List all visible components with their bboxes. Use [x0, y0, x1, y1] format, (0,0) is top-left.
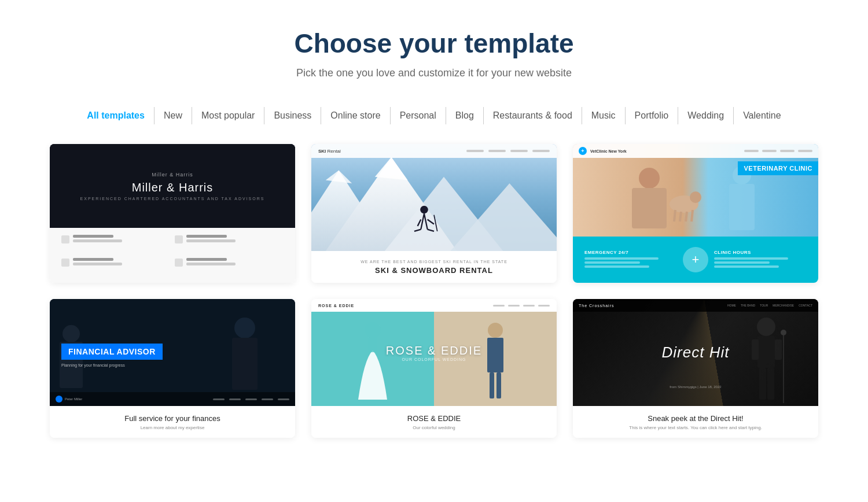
- ski-mountain-svg: [311, 144, 557, 251]
- service-text-2: [186, 235, 236, 242]
- miller-title-text: Miller & Harris: [132, 181, 214, 194]
- rose-brand-name: ROSE & EDDIE: [318, 304, 354, 308]
- financial-card-title: Full service for your finances: [124, 414, 220, 423]
- service-title-line-2: [186, 235, 227, 238]
- rose-header: ROSE & EDDIE: [311, 299, 557, 312]
- ski-title: SKI & SNOWBOARD RENTAL: [375, 266, 493, 275]
- service-icon-1: [61, 235, 69, 243]
- hit-preview-image: The Crosshairs HOME THE BAND TOUR MERCHA…: [573, 299, 818, 406]
- financial-logo-icon: [56, 396, 62, 403]
- vet-info-bar: EMERGENCY 24/7 + CLINIC HOURS: [573, 237, 818, 283]
- hit-nav-tour: TOUR: [760, 304, 768, 307]
- financial-badge-text: FINANCIAL ADVISOR: [61, 344, 163, 360]
- template-card-vet-clinic[interactable]: + VetClinic New York: [573, 144, 818, 283]
- hit-card-title: Sneak peek at the Direct Hit!: [648, 414, 743, 423]
- hit-header: The Crosshairs HOME THE BAND TOUR MERCHA…: [573, 299, 818, 312]
- hit-card-desc: This is where your text starts. You can …: [629, 425, 762, 430]
- svg-rect-43: [767, 368, 774, 400]
- rose-card-desc: Our colorful wedding: [413, 425, 455, 430]
- svg-point-45: [781, 330, 786, 335]
- financial-text-overlay: FINANCIAL ADVISOR Planning for your fina…: [61, 344, 163, 367]
- vet-header: + VetClinic New York: [573, 144, 818, 158]
- financial-footer-bar: Peter Miller: [50, 392, 295, 406]
- miller-service-3: [61, 258, 170, 276]
- service-title-line-3: [73, 258, 113, 261]
- miller-service-1: [61, 235, 170, 253]
- vet-emergency-block: EMERGENCY 24/7: [584, 250, 677, 270]
- category-music[interactable]: Music: [582, 107, 626, 124]
- financial-info-section: Full service for your finances Learn mor…: [50, 406, 295, 438]
- hit-brand-name: The Crosshairs: [579, 304, 614, 308]
- category-all-templates[interactable]: All templates: [78, 107, 155, 124]
- category-new[interactable]: New: [155, 107, 192, 124]
- svg-rect-35: [487, 338, 503, 372]
- template-preview-hit: The Crosshairs HOME THE BAND TOUR MERCHA…: [573, 299, 818, 438]
- category-portfolio[interactable]: Portfolio: [626, 107, 679, 124]
- template-card-ski-rental[interactable]: SKI Rental: [311, 144, 557, 283]
- service-icon-4: [175, 259, 183, 267]
- ski-preview-image: SKI Rental: [311, 144, 557, 251]
- service-text-3: [73, 258, 122, 265]
- svg-rect-41: [775, 339, 782, 360]
- page-header: Choose your template Pick the one you lo…: [0, 0, 868, 91]
- category-most-popular[interactable]: Most popular: [192, 107, 265, 124]
- vet-cross-icon: +: [683, 247, 708, 272]
- financial-sub-text: Planning for your financial progress: [61, 363, 163, 367]
- page-subtitle: Pick the one you love and customize it f…: [12, 67, 856, 79]
- rose-preview-image: ROSE & EDDIE: [311, 299, 557, 406]
- service-desc-line-1: [73, 239, 122, 242]
- ski-info-section: WE ARE THE BEST AND BIGGEST SKI RENTAL I…: [311, 251, 557, 283]
- svg-point-19: [690, 191, 701, 203]
- service-desc-line-3: [73, 263, 122, 265]
- hit-nav-contact: CONTACT: [799, 304, 812, 307]
- template-preview-miller: Miller & Harris Miller & Harris EXPERIEN…: [50, 144, 295, 283]
- rose-couple-names: ROSE & EDDIE: [386, 344, 482, 357]
- hit-date-text: from Shimmygigs | June 18, 2022: [670, 385, 721, 389]
- category-nav: All templates New Most popular Business …: [0, 91, 868, 138]
- svg-line-20: [674, 210, 675, 222]
- page-title: Choose your template: [12, 28, 856, 59]
- vet-preview-top: + VetClinic New York: [573, 144, 818, 237]
- template-card-rose-eddie[interactable]: ROSE & EDDIE: [311, 299, 557, 438]
- category-personal[interactable]: Personal: [391, 107, 446, 124]
- template-card-direct-hit[interactable]: The Crosshairs HOME THE BAND TOUR MERCHA…: [573, 299, 818, 438]
- vet-hours-title: CLINIC HOURS: [714, 250, 807, 255]
- ski-header: SKI Rental: [311, 144, 557, 158]
- svg-rect-25: [729, 184, 755, 230]
- template-card-miller-harris[interactable]: Miller & Harris Miller & Harris EXPERIEN…: [50, 144, 295, 283]
- templates-grid: Miller & Harris Miller & Harris EXPERIEN…: [29, 138, 839, 473]
- financial-logo-text: Peter Miller: [65, 397, 82, 401]
- vet-hours-block: CLINIC HOURS: [714, 250, 807, 270]
- category-blog[interactable]: Blog: [446, 107, 484, 124]
- rose-info-section: ROSE & EDDIE Our colorful wedding: [311, 406, 557, 438]
- category-online-store[interactable]: Online store: [321, 107, 390, 124]
- svg-line-22: [686, 212, 687, 222]
- hit-nav-home: HOME: [727, 304, 736, 307]
- template-preview-vet: + VetClinic New York: [573, 144, 818, 283]
- vet-emergency-title: EMERGENCY 24/7: [584, 250, 677, 255]
- financial-card-desc: Learn more about my expertise: [141, 425, 205, 430]
- category-wedding[interactable]: Wedding: [678, 107, 734, 124]
- template-preview-ski: SKI Rental: [311, 144, 557, 283]
- miller-services-section: [50, 228, 295, 283]
- template-preview-rose: ROSE & EDDIE: [311, 299, 557, 438]
- category-valentine[interactable]: Valentine: [734, 107, 790, 124]
- svg-rect-17: [632, 188, 667, 228]
- svg-line-23: [692, 210, 693, 222]
- miller-dark-section: Miller & Harris Miller & Harris EXPERIEN…: [50, 144, 295, 228]
- service-desc-line-2: [186, 239, 236, 242]
- svg-point-34: [488, 323, 503, 338]
- hit-navigation: HOME THE BAND TOUR MERCHANDISE CONTACT: [727, 304, 812, 307]
- category-business[interactable]: Business: [264, 107, 321, 124]
- template-card-financial-advisor[interactable]: FINANCIAL ADVISOR Planning for your fina…: [50, 299, 295, 438]
- service-title-line-1: [73, 235, 113, 238]
- service-text-4: [186, 258, 236, 265]
- hit-info-section: Sneak peek at the Direct Hit! This is wh…: [573, 406, 818, 438]
- miller-service-4: [175, 258, 284, 276]
- svg-point-16: [639, 168, 660, 189]
- svg-rect-37: [496, 372, 501, 398]
- template-preview-financial: FINANCIAL ADVISOR Planning for your fina…: [50, 299, 295, 438]
- hit-nav-merch: MERCHANDISE: [773, 304, 794, 307]
- hit-main-title-text: Direct Hit: [662, 344, 730, 361]
- category-restaurants-food[interactable]: Restaurants & food: [484, 107, 582, 124]
